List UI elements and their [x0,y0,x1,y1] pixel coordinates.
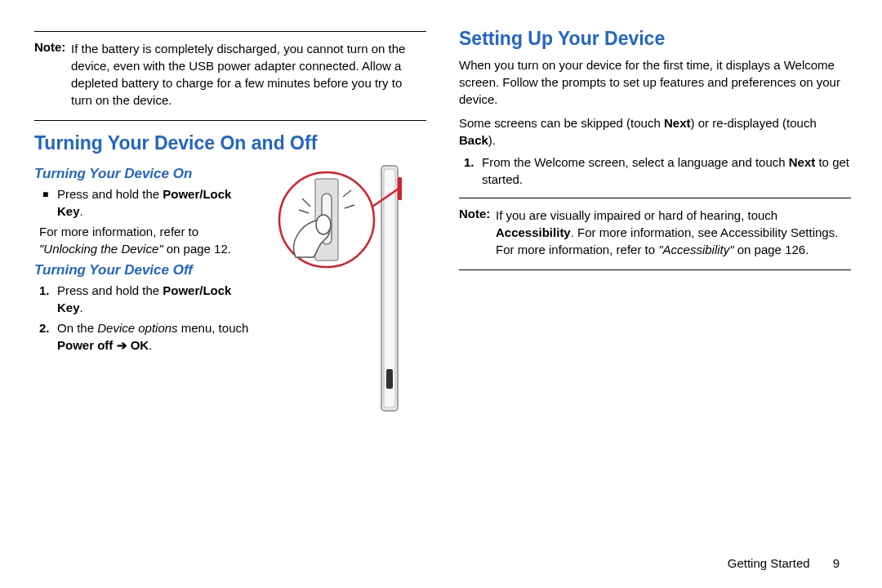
svg-rect-3 [386,369,393,389]
text: Press and hold the [57,283,163,297]
note-label: Note: [34,40,71,109]
text: Press and hold the [57,187,163,201]
subheading-turning-off: Turning Your Device Off [34,262,255,278]
left-column: Note: If the battery is completely disch… [34,24,426,547]
bullet-text: Press and hold the Power/Lock Key. [57,185,255,220]
text-bold: Power off [57,338,113,352]
rule [34,31,426,32]
list-number: 1. [459,154,482,188]
bullet-item: ■ Press and hold the Power/Lock Key. [34,185,255,220]
list-item: 2. On the Device options menu, touch Pow… [34,319,255,354]
text: For more information, refer to [39,225,198,238]
note-label: Note: [459,207,496,258]
bullet-marker: ■ [34,185,57,220]
text-italic: Device options [97,321,177,335]
on-off-text: Turning Your Device On ■ Press and hold … [34,161,255,357]
subheading-turning-on: Turning Your Device On [34,166,255,182]
note-text: If the battery is completely discharged,… [71,40,426,109]
text: menu, touch [178,321,249,335]
note-block: Note: If the battery is completely disch… [34,38,426,114]
note-block: Note: If you are visually impaired or ha… [459,205,851,263]
list-item: 1. Press and hold the Power/Lock Key. [34,282,255,316]
text: on page 12. [163,242,231,256]
paragraph: Some screens can be skipped (touch Next)… [459,114,851,149]
text: Some screens can be skipped (touch [459,116,664,130]
text-italic: "Unlocking the Device" [39,242,163,256]
list-item: 1. From the Welcome screen, select a lan… [459,154,851,188]
footer-page-number: 9 [833,556,840,570]
page-footer: Getting Started9 [728,556,840,570]
text: ) or re-displayed (touch [691,116,817,130]
paragraph: For more information, refer to "Unlockin… [34,223,255,257]
text: . [149,338,152,352]
on-off-section: Turning Your Device On ■ Press and hold … [34,161,426,357]
text: From the Welcome screen, select a langua… [482,155,789,169]
list-text: From the Welcome screen, select a langua… [482,154,851,188]
rule [459,270,851,270]
rule [459,198,851,198]
rule [34,120,426,121]
text: . [80,204,83,218]
footer-section: Getting Started [728,556,810,570]
list-number: 1. [34,282,57,316]
arrow-icon: ➔ [113,338,130,352]
text: If you are visually impaired or hard of … [496,208,777,222]
list-text: On the Device options menu, touch Power … [57,319,255,354]
note-text: If you are visually impaired or hard of … [496,207,851,258]
svg-point-8 [316,215,331,234]
text-bold: Next [789,155,816,169]
text-bold: Back [459,133,488,147]
heading-setting-up: Setting Up Your Device [459,28,851,50]
page-spread: Note: If the battery is completely disch… [0,0,882,588]
text-bold: OK [131,338,149,352]
text-bold: Accessibility [496,225,571,239]
device-svg [255,161,418,422]
device-illustration [255,161,426,357]
text-bold: Next [664,116,691,130]
text: . [80,301,83,314]
text-italic: "Accessibility" [658,243,733,256]
right-column: Setting Up Your Device When you turn on … [459,24,851,547]
text: ). [488,133,496,147]
list-number: 2. [34,319,57,354]
text: on page 126. [734,243,809,256]
paragraph: When you turn on your device for the fir… [459,56,851,108]
list-text: Press and hold the Power/Lock Key. [57,282,255,316]
heading-turning-on-off: Turning Your Device On and Off [34,132,426,154]
text: On the [57,321,97,335]
